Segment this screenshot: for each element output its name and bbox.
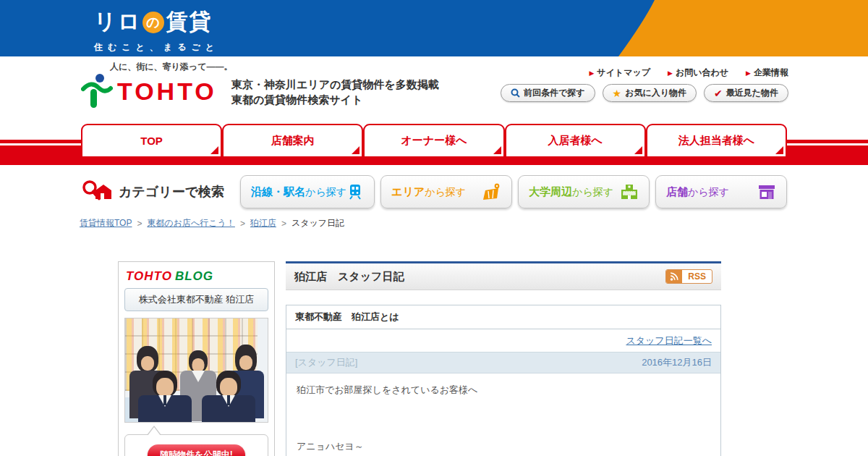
breadcrumb-separator: > [281,219,286,229]
breadcrumb-separator: > [137,219,142,229]
rss-button[interactable]: RSS [665,269,712,284]
entry-body: 狛江市でお部屋探しをされているお客様へ アニョハセヨ～ 東都不動産 狛江店です。 [286,373,720,456]
reloca-logo-no-circle: の [142,12,164,33]
search-by-university-button[interactable]: 大学周辺から探す [518,175,650,208]
company-store-button[interactable]: 株式会社東都不動産 狛江店 [124,288,268,311]
section-title: 東都不動産 狛江店とは [286,305,720,329]
top-brand-bar: リロ の 賃貸 住むこと、まるごと [0,0,868,56]
entry-body-line [297,418,710,437]
breadcrumb-home-link[interactable]: 賃貸情報TOP [80,217,132,229]
reloca-logo[interactable]: リロ の 賃貸 住むこと、まるごと [94,7,219,54]
check-icon: ✔ [714,88,723,99]
reloca-logo-suffix: 賃貸 [166,7,212,37]
recently-viewed-button[interactable]: ✔ 最近見た物件 [704,84,788,102]
breadcrumb-separator: > [240,219,245,229]
rss-icon [666,270,682,283]
entry-category-tag: [スタッフ日記] [295,356,357,369]
breadcrumb-current: スタッフ日記 [292,217,344,229]
staff-person [153,371,177,397]
orange-diagonal-decoration [618,0,868,56]
tab-top[interactable]: TOP [81,124,222,158]
sitemap-link[interactable]: ▶サイトマップ [589,67,650,79]
search-by-store-button[interactable]: 店舗から探す [655,175,787,208]
arrow-icon: ▶ [746,69,751,77]
entry-body-line: アニョハセヨ～ [297,437,710,456]
nav-stripe-right-thick [787,145,868,158]
blog-sidebar: TOHTOBLOG 株式会社東都不動産 狛江店 [118,261,275,456]
rss-label: RSS [682,270,712,283]
tohto-logo-text: TOHTO [117,77,217,106]
nav-stripe-right-thin [787,140,868,143]
entry-meta-row: [スタッフ日記] 2016年12月16日 [286,352,720,373]
store-icon [757,183,776,200]
tohto-logo-tagline: 人に、街に、寄り添って——。 [110,61,232,73]
page-body: TOHTOBLOG 株式会社東都不動産 狛江店 [118,261,868,456]
search-house-icon [81,179,111,205]
contact-link[interactable]: ▶お問い合わせ [668,67,728,79]
tohto-figure-icon [81,73,113,109]
sidebar-speech-bubble: 随時物件を公開中! [124,434,268,456]
favorites-button[interactable]: ★ お気に入り物件 [603,84,697,102]
staff-diary-box: 東都不動産 狛江店とは スタッフ日記一覧へ [スタッフ日記] 2016年12月1… [286,305,721,456]
staff-photo [124,318,268,423]
tab-tenants[interactable]: 入居者様へ [505,124,646,158]
site-description-line1: 東京・神奈川エリアの賃貸物件を多数掲載 [231,77,439,92]
reloca-tagline: 住むこと、まるごと [94,41,219,54]
tohto-blog-suffix: BLOG [175,269,213,283]
entry-date: 2016年12月16日 [642,356,712,369]
diary-list-link[interactable]: スタッフ日記一覧へ [626,335,712,346]
university-icon [620,183,639,200]
entry-body-line: 狛江市でお部屋探しをされているお客様へ [297,381,710,400]
tohto-blog-brand: TOHTO [126,269,172,283]
category-search-label: カテゴリーで検索 [119,183,224,200]
previous-conditions-button[interactable]: 前回条件で探す [501,84,595,102]
search-icon [511,88,520,98]
breadcrumb-komae-link[interactable]: 狛江店 [250,217,276,229]
reloca-logo-prefix: リロ [94,7,141,37]
staff-person [189,350,208,372]
tab-owners[interactable]: オーナー様へ [363,124,504,158]
map-icon [482,183,501,200]
arrow-icon: ▶ [589,69,594,77]
site-description: 東京・神奈川エリアの賃貸物件を多数掲載 東都の賃貸物件検索サイト [231,77,439,107]
staff-person [235,345,257,373]
site-header: 人に、街に、寄り添って——。 TOHTO 東京・神奈川エリアの賃貸物件を多数掲載… [0,56,868,122]
star-icon: ★ [613,88,622,99]
diary-list-link-row: スタッフ日記一覧へ [286,329,720,352]
main-navigation: TOP 店舗案内 オーナー様へ 入居者様へ 法人担当者様へ [0,122,868,165]
breadcrumb-shops-link[interactable]: 東都のお店へ行こう！ [147,217,234,229]
site-description-line2: 東都の賃貸物件検索サイト [231,92,439,107]
tab-shop-guide[interactable]: 店舗案内 [222,124,363,158]
nav-bottom-bar [0,158,868,165]
listings-open-ribbon-button[interactable]: 随時物件を公開中! [148,444,244,456]
main-content: 狛江店 スタッフ日記 RSS 東都不動産 狛江店とは スタッフ日記一覧へ [スタ… [286,261,721,456]
search-by-line-station-button[interactable]: 沿線・駅名から探す [240,175,375,208]
staff-person [216,371,241,397]
search-by-area-button[interactable]: エリアから探す [380,175,512,208]
company-info-link[interactable]: ▶企業情報 [746,67,788,79]
page-title: 狛江店 スタッフ日記 [294,270,404,284]
staff-person [137,346,158,372]
tohto-logo[interactable]: 人に、街に、寄り添って——。 TOHTO [81,61,232,109]
entry-body-line [297,400,710,418]
nav-tabs: TOP 店舗案内 オーナー様へ 入居者様へ 法人担当者様へ [81,124,787,158]
content-header-bar: 狛江店 スタッフ日記 RSS [286,261,721,290]
tab-corporate[interactable]: 法人担当者様へ [646,124,787,158]
nav-stripe-left-thick [0,145,81,158]
train-icon [346,183,364,200]
tohto-blog-logo: TOHTOBLOG [124,268,268,288]
arrow-icon: ▶ [668,69,673,77]
category-search-section: カテゴリーで検索 沿線・駅名から探す エリアから探す 大学周辺から探す [81,175,787,208]
quick-buttons: 前回条件で探す ★ お気に入り物件 ✔ 最近見た物件 [501,84,788,102]
breadcrumb: 賃貸情報TOP > 東都のお店へ行こう！ > 狛江店 > スタッフ日記 [80,217,868,229]
category-buttons: 沿線・駅名から探す エリアから探す 大学周辺から探す [240,175,787,208]
nav-stripe-left-thin [0,140,81,143]
header-utility-links: ▶サイトマップ ▶お問い合わせ ▶企業情報 [589,67,788,79]
